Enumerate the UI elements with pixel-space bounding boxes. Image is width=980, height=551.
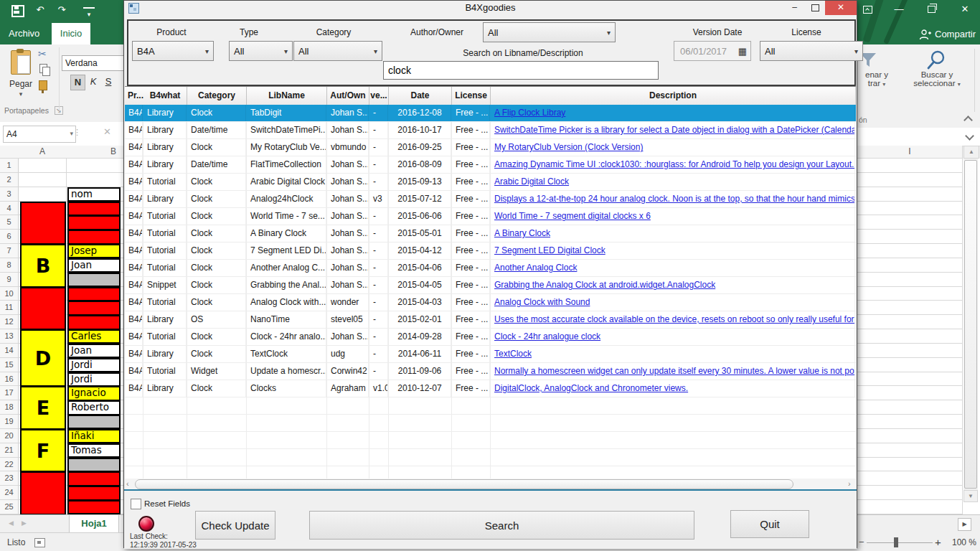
name-box-splitter[interactable]: ⋮ xyxy=(73,128,77,139)
table-row-15[interactable]: B4ALibraryClockTextClockudg-2014-06-11Fr… xyxy=(125,346,856,363)
column-header-license[interactable]: License xyxy=(452,87,491,105)
customize-toolbar-icon[interactable]: ▾ xyxy=(83,7,95,20)
cell-block-a-17[interactable]: E xyxy=(20,386,66,430)
calendar-icon[interactable]: ▦ xyxy=(738,46,750,57)
cell-block-a-13[interactable]: D xyxy=(20,329,66,387)
cell-b5[interactable] xyxy=(67,215,121,230)
cell-b17[interactable]: Ignacio xyxy=(67,386,121,400)
cell-b3[interactable]: nom xyxy=(67,187,121,202)
hscroll-thumb[interactable] xyxy=(135,479,793,489)
vscroll-thumb[interactable] xyxy=(964,160,977,489)
table-row-5[interactable]: B4ATutorialClockArabic Digital ClockJoha… xyxy=(125,174,856,191)
cell-b12[interactable] xyxy=(67,315,121,329)
table-row-13[interactable]: B4ALibraryOSNanoTimestevel05-2015-02-01F… xyxy=(125,311,856,329)
cut-icon[interactable]: ✂ xyxy=(38,48,47,60)
hscroll-left-icon[interactable]: ‹ xyxy=(126,479,129,488)
row-header-20[interactable]: 20 xyxy=(0,429,19,443)
cell-b19[interactable] xyxy=(67,415,121,429)
cell-b8[interactable]: Joan xyxy=(67,258,121,273)
tab-inicio[interactable]: Inicio xyxy=(52,23,90,44)
table-row-2[interactable]: B4ALibraryDate/timeSwitchDateTimePi...Jo… xyxy=(125,122,856,139)
table-row-7[interactable]: B4ATutorialClockWorld Time - 7 se...Joha… xyxy=(125,208,856,225)
save-icon[interactable] xyxy=(11,5,24,17)
cell-b4[interactable] xyxy=(67,202,121,216)
table-row-4[interactable]: B4ALibraryDate/timeFlatTimeCollectionJoh… xyxy=(125,156,856,174)
row-header-1[interactable]: 1 xyxy=(0,159,19,173)
formula-bar-expand-icon[interactable] xyxy=(965,131,974,141)
cell-block-a-23[interactable] xyxy=(20,471,66,514)
cell-block-a-10[interactable] xyxy=(20,287,66,331)
row-header-4[interactable]: 4 xyxy=(0,202,19,216)
sheet-next-icon[interactable]: ▶ xyxy=(22,519,27,527)
corner-select-all[interactable] xyxy=(0,146,19,159)
license-combo[interactable]: All ▾ xyxy=(760,41,863,61)
row-header-17[interactable]: 17 xyxy=(0,386,19,400)
cell-b22[interactable] xyxy=(67,458,121,472)
tab-archivo[interactable]: Archivo xyxy=(0,23,48,44)
zoom-level[interactable]: 100 % xyxy=(952,537,976,547)
window-close-icon[interactable]: ✕ xyxy=(958,1,972,17)
description-link[interactable]: Normally a homescreen widget can only up… xyxy=(494,366,855,376)
zoom-out-icon[interactable]: − xyxy=(859,537,864,547)
description-link[interactable]: 7 Segment LED Digital Clock xyxy=(494,245,606,255)
cell-b13[interactable]: Carles xyxy=(67,329,121,344)
product-combo[interactable]: B4A ▾ xyxy=(132,41,214,61)
search-button[interactable]: Search xyxy=(309,511,694,540)
ribbon-display-options-icon[interactable] xyxy=(863,6,872,14)
row-header-14[interactable]: 14 xyxy=(0,344,19,358)
column-header-author[interactable]: Aut/Own xyxy=(327,87,369,105)
cell-b9[interactable] xyxy=(67,273,121,287)
dialog-minimize-button[interactable]: – xyxy=(784,1,805,15)
description-link[interactable]: Arabic Digital Clock xyxy=(494,176,569,187)
format-painter-icon[interactable] xyxy=(39,80,47,90)
table-row-1[interactable]: B4ALibraryClockTabDigitJohan S...-2016-1… xyxy=(125,105,856,122)
description-link[interactable]: A Binary Clock xyxy=(494,228,550,238)
row-header-9[interactable]: 9 xyxy=(0,273,19,287)
row-header-24[interactable]: 24 xyxy=(0,486,19,500)
sheet-tab-hoja1[interactable]: Hoja1 xyxy=(69,515,119,533)
description-link[interactable]: A Flip Clock Libray xyxy=(494,108,565,118)
window-minimize-icon[interactable]: — xyxy=(892,1,906,17)
table-row-6[interactable]: B4ALibraryClockAnalog24hClockJohan S...v… xyxy=(125,191,856,208)
vscroll-up-icon[interactable]: ▲ xyxy=(963,146,979,159)
redo-icon[interactable]: ↷ xyxy=(55,2,69,18)
table-row-17[interactable]: B4ALibraryClockClocksAgrahamv1.02010-12-… xyxy=(125,380,856,397)
description-link[interactable]: World Time - 7 segment digital clocks x … xyxy=(494,211,651,221)
dialog-close-button[interactable]: ✕ xyxy=(825,1,857,15)
italic-button[interactable]: K xyxy=(87,75,100,89)
cell-b6[interactable] xyxy=(67,230,121,244)
row-header-25[interactable]: 25 xyxy=(0,500,19,514)
sort-filter-button[interactable]: enar y trar ▾ xyxy=(857,70,896,88)
check-update-button[interactable]: Check Update xyxy=(195,511,275,540)
row-header-23[interactable]: 23 xyxy=(0,471,19,486)
cell-b23[interactable] xyxy=(67,471,121,486)
row-header-15[interactable]: 15 xyxy=(0,358,19,372)
cell-b15[interactable]: Jordi xyxy=(67,358,121,372)
vscroll-down-icon[interactable]: ▼ xyxy=(963,490,978,502)
reset-fields-checkbox[interactable] xyxy=(131,499,141,509)
author-owner-combo[interactable]: All ▾ xyxy=(483,22,616,42)
tab-scroll-right-button[interactable]: ▶ xyxy=(958,518,971,531)
table-hscrollbar[interactable]: ‹ › xyxy=(125,479,856,489)
cell-b18[interactable]: Roberto xyxy=(67,400,121,415)
search-input[interactable] xyxy=(383,61,659,80)
version-date-field[interactable]: 06/01/2017 ▦ xyxy=(674,41,751,61)
row-header-3[interactable]: 3 xyxy=(0,187,19,202)
column-header-libname[interactable]: LibName xyxy=(247,87,327,105)
cell-block-a-20[interactable]: F xyxy=(20,429,66,473)
column-header-ver[interactable]: ve... xyxy=(369,87,389,105)
description-link[interactable]: SwitchDateTime Picker is a library for s… xyxy=(494,125,855,135)
hscroll-right-icon[interactable]: › xyxy=(848,479,851,488)
row-header-8[interactable]: 8 xyxy=(0,258,19,273)
description-link[interactable]: Uses the most accurate clock available o… xyxy=(494,314,855,324)
cell-b14[interactable]: Joan xyxy=(67,344,121,358)
zoom-slider-track[interactable] xyxy=(867,542,933,543)
underline-button[interactable]: S xyxy=(102,75,115,89)
row-header-18[interactable]: 18 xyxy=(0,400,19,415)
table-row-14[interactable]: B4ATutorialClockClock - 24hr analo...Joh… xyxy=(125,329,856,346)
cell-b10[interactable] xyxy=(67,287,121,301)
zoom-in-icon[interactable]: + xyxy=(935,536,941,548)
dialog-maximize-button[interactable] xyxy=(805,1,825,15)
table-row-11[interactable]: B4ASnippetClockGrabbing the Anal...Johan… xyxy=(125,277,856,294)
find-select-button[interactable]: Buscar y seleccionar ▾ xyxy=(899,70,975,88)
